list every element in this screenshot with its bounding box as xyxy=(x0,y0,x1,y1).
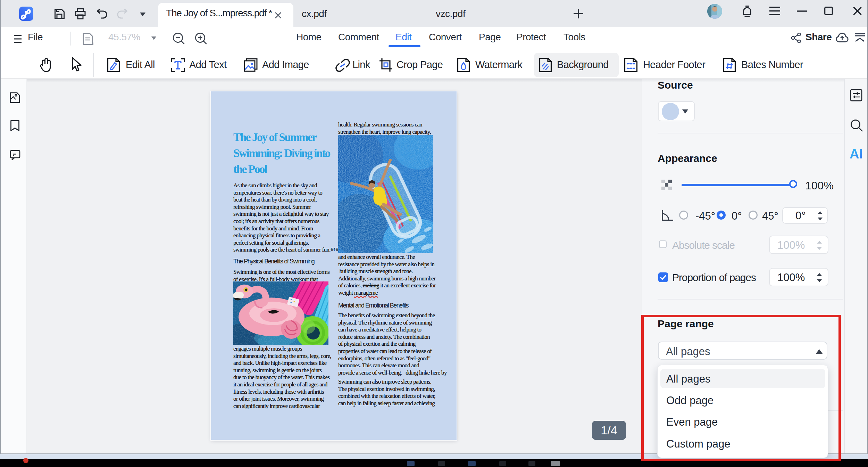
svg-text:AI: AI xyxy=(850,147,863,161)
